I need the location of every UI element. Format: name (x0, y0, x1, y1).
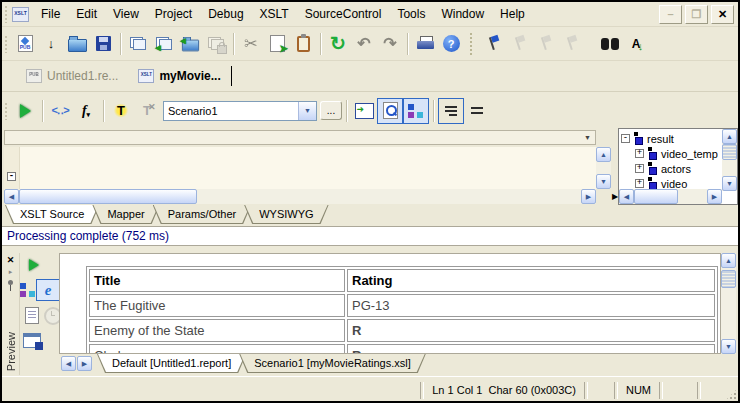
scrollbar-thumb[interactable] (19, 189, 197, 204)
combo-dropdown-button[interactable]: ▼ (298, 102, 316, 120)
close-preview-icon[interactable]: ✕ (7, 255, 15, 265)
expand-box-icon[interactable]: + (635, 164, 644, 173)
go-to-scenario-button[interactable] (351, 98, 377, 124)
tab-xslt-source[interactable]: XSLT Source (5, 205, 99, 224)
tab-wysiwyg[interactable]: WYSIWYG (244, 205, 328, 224)
run-preview-button[interactable] (29, 259, 39, 271)
tree-item-result[interactable]: - result (621, 131, 721, 146)
check-out-button[interactable]: ◄ (151, 31, 177, 57)
remove-bookmarks-button[interactable] (557, 31, 583, 57)
expand-box-icon[interactable]: + (635, 179, 644, 188)
new-window-button[interactable] (125, 31, 151, 57)
show-mapper-button[interactable] (403, 98, 429, 124)
tab-default-report[interactable]: Default [Untitled1.report] (97, 354, 246, 373)
menu-window[interactable]: Window (433, 3, 492, 25)
scroll-up-icon[interactable]: ▲ (722, 129, 737, 144)
menu-tools[interactable]: Tools (389, 3, 433, 25)
clear-highlight-button[interactable]: T (134, 98, 160, 124)
scroll-right-icon[interactable]: ▶ (707, 189, 722, 204)
scroll-up-icon[interactable]: ▲ (596, 147, 611, 162)
scrollbar-thumb[interactable] (722, 144, 737, 160)
word-wrap-button[interactable] (438, 98, 464, 124)
fold-collapse-box[interactable]: - (7, 172, 16, 181)
import-file-button[interactable]: ↓ (38, 31, 64, 57)
menu-sourcecontrol[interactable]: SourceControl (297, 3, 390, 25)
scrollbar-track[interactable] (197, 189, 581, 204)
print-button[interactable] (412, 31, 438, 57)
schema-tree[interactable]: - result + video_temp + actors + (621, 131, 721, 189)
menu-view[interactable]: View (105, 3, 147, 25)
find-button[interactable] (597, 31, 623, 57)
undo-button[interactable]: ↶ (351, 31, 377, 57)
mapper-view-button[interactable] (20, 283, 36, 297)
resize-grip[interactable] (725, 388, 738, 401)
pin-icon[interactable] (6, 280, 15, 292)
preview-vertical-scrollbar[interactable]: ▲ ▼ (721, 253, 736, 354)
tab-scroll-left-icon[interactable]: ◀ (61, 356, 76, 371)
tab-params-other[interactable]: Params/Other (153, 205, 251, 224)
xslt-source-editor[interactable]: - <?xml version="1.0"?> <xsl:stylesheet … (4, 147, 596, 189)
scrollbar-track[interactable] (678, 189, 707, 204)
scroll-down-icon[interactable]: ▼ (721, 339, 736, 354)
tree-vertical-scrollbar[interactable]: ▲ ▼ (722, 129, 737, 191)
new-pub-document-button[interactable]: PUB (12, 31, 38, 57)
tab-untitled1-report[interactable]: PUB Untitled1.re... (16, 66, 128, 86)
toolbar-grip[interactable] (4, 35, 9, 53)
tab-scroll-right-icon[interactable]: ▶ (77, 356, 92, 371)
text-view-button[interactable] (25, 307, 39, 324)
collapse-box-icon[interactable]: - (621, 134, 630, 143)
cut-button[interactable]: ✂ (238, 31, 264, 57)
tree-item-actors[interactable]: + actors (621, 161, 721, 176)
scroll-down-icon[interactable]: ▼ (722, 176, 737, 191)
previous-bookmark-button[interactable] (531, 31, 557, 57)
show-preview-button[interactable] (377, 98, 403, 124)
menu-help[interactable]: Help (492, 3, 533, 25)
xpath-dropdown[interactable]: ▼ (4, 130, 596, 145)
open-file-button[interactable] (64, 31, 90, 57)
menu-xslt[interactable]: XSLT (252, 3, 297, 25)
scroll-left-icon[interactable]: ◀ (619, 189, 634, 204)
refresh-button[interactable]: ↻ (325, 31, 351, 57)
tab-scenario1-xsl[interactable]: Scenario1 [myMovieRatings.xsl] (239, 354, 426, 373)
scrollbar-thumb[interactable] (634, 189, 678, 204)
tree-horizontal-scrollbar[interactable]: ◀ ▶ (619, 189, 722, 204)
scrollbar-thumb[interactable] (721, 270, 736, 288)
menu-file[interactable]: File (33, 3, 68, 25)
editor-vertical-scrollbar[interactable]: ▲ ▼ (596, 147, 611, 189)
redo-button[interactable]: ↷ (377, 31, 403, 57)
show-xml-tags-button[interactable]: <‥> (47, 98, 73, 124)
line-markers-button[interactable] (464, 98, 490, 124)
next-bookmark-button[interactable] (505, 31, 531, 57)
expand-box-icon[interactable]: + (635, 149, 644, 158)
minimize-button[interactable]: – (659, 5, 682, 24)
save-file-button[interactable] (90, 31, 116, 57)
run-transformation-button[interactable] (12, 98, 38, 124)
browse-scenarios-button[interactable]: ... (320, 101, 342, 120)
save-generated-file-button[interactable] (23, 333, 41, 348)
paste-button[interactable] (290, 31, 316, 57)
scroll-down-icon[interactable]: ▼ (596, 174, 611, 189)
menu-debug[interactable]: Debug (200, 3, 251, 25)
tree-item-video[interactable]: + video (621, 176, 721, 189)
tree-item-video-temp[interactable]: + video_temp (621, 146, 721, 161)
toolbar-grip[interactable] (4, 5, 9, 23)
insert-bookmark-button[interactable] (479, 31, 505, 57)
browser-preview-button[interactable]: e (36, 279, 60, 301)
lock-file-button[interactable] (203, 31, 229, 57)
close-button[interactable]: ✕ (711, 5, 734, 24)
insert-function-button[interactable]: f▾ (73, 98, 99, 124)
restore-button[interactable]: ❐ (685, 5, 708, 24)
scroll-up-icon[interactable]: ▲ (721, 253, 736, 268)
menu-project[interactable]: Project (147, 3, 200, 25)
toolbar-grip[interactable] (4, 102, 9, 120)
copy-button[interactable]: ➤ (264, 31, 290, 57)
syntax-highlight-button[interactable]: T (108, 98, 134, 124)
check-in-button[interactable]: ◄ (177, 31, 203, 57)
expand-preview-icon[interactable]: ▸ (9, 268, 13, 276)
help-button[interactable]: ? (438, 31, 464, 57)
menu-edit[interactable]: Edit (68, 3, 105, 25)
scenario-combobox[interactable]: Scenario1 ▼ (163, 101, 317, 121)
tab-mymovie-xslt[interactable]: XSLT myMovie... (128, 66, 231, 86)
find-next-button[interactable]: A↓ (623, 31, 649, 57)
tab-mapper[interactable]: Mapper (92, 205, 159, 224)
